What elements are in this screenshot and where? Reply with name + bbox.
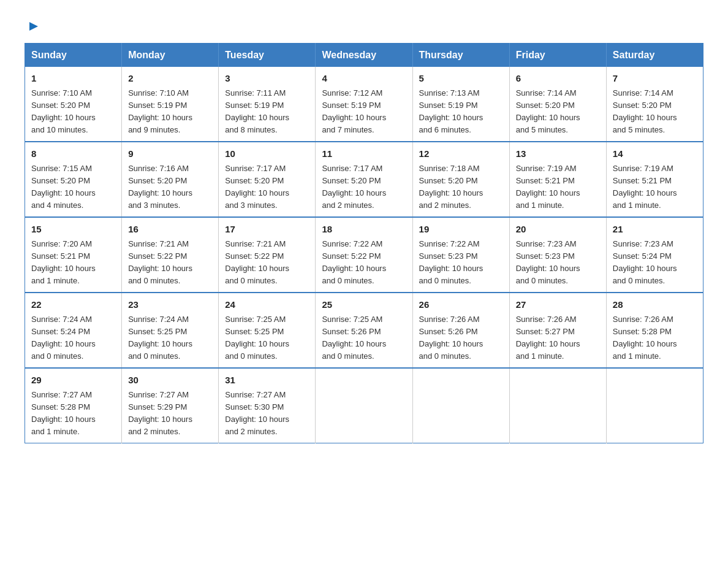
calendar-cell: 3Sunrise: 7:11 AM Sunset: 5:19 PM Daylig… xyxy=(219,67,316,142)
calendar-table: SundayMondayTuesdayWednesdayThursdayFrid… xyxy=(25,43,703,443)
day-info: Sunrise: 7:24 AM Sunset: 5:25 PM Dayligh… xyxy=(128,313,212,363)
day-info: Sunrise: 7:24 AM Sunset: 5:24 PM Dayligh… xyxy=(31,313,115,363)
calendar-cell: 27Sunrise: 7:26 AM Sunset: 5:27 PM Dayli… xyxy=(509,293,606,368)
day-info: Sunrise: 7:25 AM Sunset: 5:25 PM Dayligh… xyxy=(225,313,309,363)
logo xyxy=(25,18,40,31)
calendar-week-row: 8Sunrise: 7:15 AM Sunset: 5:20 PM Daylig… xyxy=(25,142,703,217)
calendar-cell: 7Sunrise: 7:14 AM Sunset: 5:20 PM Daylig… xyxy=(606,67,703,142)
day-number: 12 xyxy=(419,147,503,161)
day-info: Sunrise: 7:25 AM Sunset: 5:26 PM Dayligh… xyxy=(322,313,406,363)
calendar-cell: 15Sunrise: 7:20 AM Sunset: 5:21 PM Dayli… xyxy=(25,217,122,293)
calendar-cell: 12Sunrise: 7:18 AM Sunset: 5:20 PM Dayli… xyxy=(412,142,509,217)
day-info: Sunrise: 7:14 AM Sunset: 5:20 PM Dayligh… xyxy=(516,87,600,137)
header-wednesday: Wednesday xyxy=(316,44,412,67)
calendar-cell xyxy=(509,368,606,443)
day-number: 21 xyxy=(613,223,697,237)
day-number: 2 xyxy=(128,72,212,86)
day-info: Sunrise: 7:21 AM Sunset: 5:22 PM Dayligh… xyxy=(225,238,309,288)
day-number: 28 xyxy=(613,298,697,312)
day-info: Sunrise: 7:27 AM Sunset: 5:28 PM Dayligh… xyxy=(31,389,115,439)
header-thursday: Thursday xyxy=(412,44,509,67)
day-info: Sunrise: 7:22 AM Sunset: 5:22 PM Dayligh… xyxy=(322,238,406,288)
calendar-cell: 30Sunrise: 7:27 AM Sunset: 5:29 PM Dayli… xyxy=(122,368,219,443)
calendar-cell: 25Sunrise: 7:25 AM Sunset: 5:26 PM Dayli… xyxy=(316,293,412,368)
day-number: 30 xyxy=(128,373,212,388)
calendar-cell: 28Sunrise: 7:26 AM Sunset: 5:28 PM Dayli… xyxy=(606,293,703,368)
day-number: 4 xyxy=(322,72,406,86)
day-number: 9 xyxy=(128,147,212,161)
day-info: Sunrise: 7:21 AM Sunset: 5:22 PM Dayligh… xyxy=(128,238,212,288)
day-number: 24 xyxy=(225,298,309,312)
day-number: 25 xyxy=(322,298,406,312)
day-number: 27 xyxy=(516,298,600,312)
day-info: Sunrise: 7:23 AM Sunset: 5:24 PM Dayligh… xyxy=(613,238,697,288)
calendar-cell: 4Sunrise: 7:12 AM Sunset: 5:19 PM Daylig… xyxy=(316,67,412,142)
day-info: Sunrise: 7:22 AM Sunset: 5:23 PM Dayligh… xyxy=(419,238,503,288)
day-number: 3 xyxy=(225,72,309,86)
calendar-cell: 22Sunrise: 7:24 AM Sunset: 5:24 PM Dayli… xyxy=(25,293,122,368)
day-number: 1 xyxy=(31,72,115,86)
day-number: 29 xyxy=(31,373,115,388)
day-number: 8 xyxy=(31,147,115,161)
day-info: Sunrise: 7:15 AM Sunset: 5:20 PM Dayligh… xyxy=(31,163,115,212)
day-info: Sunrise: 7:26 AM Sunset: 5:27 PM Dayligh… xyxy=(516,313,600,363)
day-info: Sunrise: 7:26 AM Sunset: 5:28 PM Dayligh… xyxy=(613,313,697,363)
calendar-cell: 26Sunrise: 7:26 AM Sunset: 5:26 PM Dayli… xyxy=(412,293,509,368)
header-sunday: Sunday xyxy=(25,44,122,67)
day-info: Sunrise: 7:13 AM Sunset: 5:19 PM Dayligh… xyxy=(419,87,503,137)
calendar-cell: 6Sunrise: 7:14 AM Sunset: 5:20 PM Daylig… xyxy=(509,67,606,142)
calendar-cell xyxy=(412,368,509,443)
calendar-cell: 10Sunrise: 7:17 AM Sunset: 5:20 PM Dayli… xyxy=(219,142,316,217)
day-info: Sunrise: 7:19 AM Sunset: 5:21 PM Dayligh… xyxy=(613,163,697,212)
day-info: Sunrise: 7:27 AM Sunset: 5:30 PM Dayligh… xyxy=(225,389,309,439)
calendar-week-row: 22Sunrise: 7:24 AM Sunset: 5:24 PM Dayli… xyxy=(25,293,703,368)
day-number: 5 xyxy=(419,72,503,86)
day-info: Sunrise: 7:23 AM Sunset: 5:23 PM Dayligh… xyxy=(516,238,600,288)
calendar-week-row: 15Sunrise: 7:20 AM Sunset: 5:21 PM Dayli… xyxy=(25,217,703,293)
day-info: Sunrise: 7:26 AM Sunset: 5:26 PM Dayligh… xyxy=(419,313,503,363)
calendar-cell: 29Sunrise: 7:27 AM Sunset: 5:28 PM Dayli… xyxy=(25,368,122,443)
calendar-cell: 9Sunrise: 7:16 AM Sunset: 5:20 PM Daylig… xyxy=(122,142,219,217)
header xyxy=(25,18,703,31)
calendar-cell xyxy=(606,368,703,443)
header-monday: Monday xyxy=(122,44,219,67)
day-number: 7 xyxy=(613,72,697,86)
calendar-header-row: SundayMondayTuesdayWednesdayThursdayFrid… xyxy=(25,44,703,67)
calendar-week-row: 1Sunrise: 7:10 AM Sunset: 5:20 PM Daylig… xyxy=(25,67,703,142)
day-number: 18 xyxy=(322,223,406,237)
header-saturday: Saturday xyxy=(606,44,703,67)
day-info: Sunrise: 7:19 AM Sunset: 5:21 PM Dayligh… xyxy=(516,163,600,212)
calendar-cell: 8Sunrise: 7:15 AM Sunset: 5:20 PM Daylig… xyxy=(25,142,122,217)
header-friday: Friday xyxy=(509,44,606,67)
day-info: Sunrise: 7:10 AM Sunset: 5:19 PM Dayligh… xyxy=(128,87,212,137)
day-number: 6 xyxy=(516,72,600,86)
day-info: Sunrise: 7:27 AM Sunset: 5:29 PM Dayligh… xyxy=(128,389,212,439)
calendar-cell: 16Sunrise: 7:21 AM Sunset: 5:22 PM Dayli… xyxy=(122,217,219,293)
day-number: 10 xyxy=(225,147,309,161)
day-info: Sunrise: 7:18 AM Sunset: 5:20 PM Dayligh… xyxy=(419,163,503,212)
day-info: Sunrise: 7:20 AM Sunset: 5:21 PM Dayligh… xyxy=(31,238,115,288)
day-number: 19 xyxy=(419,223,503,237)
day-number: 11 xyxy=(322,147,406,161)
day-number: 20 xyxy=(516,223,600,237)
day-info: Sunrise: 7:17 AM Sunset: 5:20 PM Dayligh… xyxy=(322,163,406,212)
day-number: 23 xyxy=(128,298,212,312)
day-number: 16 xyxy=(128,223,212,237)
calendar-cell: 31Sunrise: 7:27 AM Sunset: 5:30 PM Dayli… xyxy=(219,368,316,443)
calendar-cell: 5Sunrise: 7:13 AM Sunset: 5:19 PM Daylig… xyxy=(412,67,509,142)
calendar-cell: 17Sunrise: 7:21 AM Sunset: 5:22 PM Dayli… xyxy=(219,217,316,293)
logo-arrow-icon xyxy=(27,20,40,33)
calendar-cell xyxy=(316,368,412,443)
calendar-cell: 14Sunrise: 7:19 AM Sunset: 5:21 PM Dayli… xyxy=(606,142,703,217)
day-number: 15 xyxy=(31,223,115,237)
day-info: Sunrise: 7:10 AM Sunset: 5:20 PM Dayligh… xyxy=(31,87,115,137)
day-number: 14 xyxy=(613,147,697,161)
day-number: 17 xyxy=(225,223,309,237)
day-number: 13 xyxy=(516,147,600,161)
calendar-cell: 19Sunrise: 7:22 AM Sunset: 5:23 PM Dayli… xyxy=(412,217,509,293)
calendar-cell: 11Sunrise: 7:17 AM Sunset: 5:20 PM Dayli… xyxy=(316,142,412,217)
calendar-week-row: 29Sunrise: 7:27 AM Sunset: 5:28 PM Dayli… xyxy=(25,368,703,443)
calendar-cell: 2Sunrise: 7:10 AM Sunset: 5:19 PM Daylig… xyxy=(122,67,219,142)
day-info: Sunrise: 7:14 AM Sunset: 5:20 PM Dayligh… xyxy=(613,87,697,137)
day-number: 22 xyxy=(31,298,115,312)
